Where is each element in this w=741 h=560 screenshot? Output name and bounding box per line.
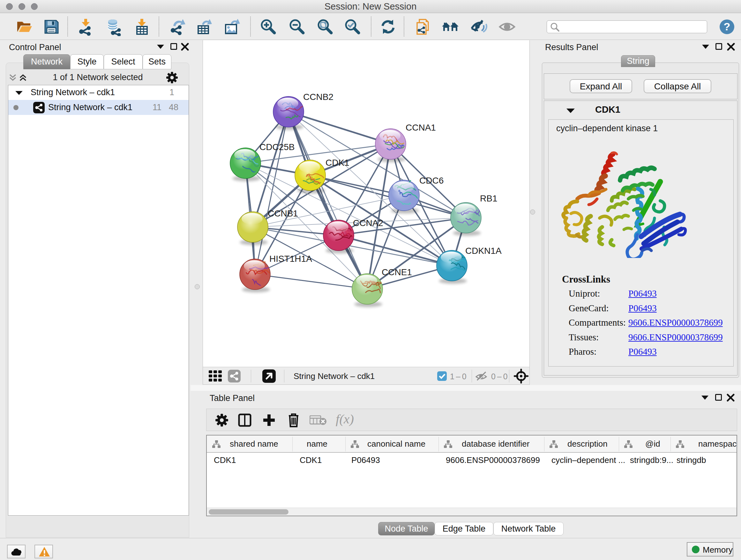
svg-text:CDK1: CDK1 bbox=[326, 158, 349, 168]
svg-text:HIST1H1A: HIST1H1A bbox=[269, 254, 312, 264]
svg-text:RB1: RB1 bbox=[480, 193, 497, 203]
svg-text:CCNA1: CCNA1 bbox=[406, 123, 436, 132]
svg-text:CDC6: CDC6 bbox=[419, 176, 444, 186]
svg-text:CDC25B: CDC25B bbox=[259, 142, 294, 152]
svg-text:?: ? bbox=[724, 20, 731, 33]
svg-text:CCNE1: CCNE1 bbox=[382, 267, 412, 277]
svg-text:CCNB2: CCNB2 bbox=[303, 92, 333, 102]
svg-text:CDKN1A: CDKN1A bbox=[465, 246, 502, 256]
svg-text:CCNB1: CCNB1 bbox=[268, 208, 298, 219]
svg-text:CCNA2: CCNA2 bbox=[353, 218, 383, 228]
